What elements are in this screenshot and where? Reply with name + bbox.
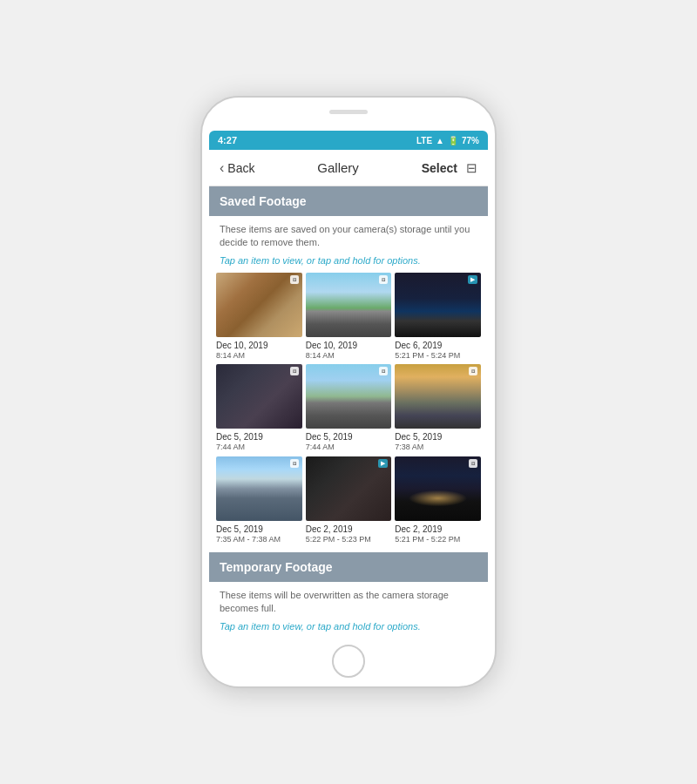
footage-date-1: Dec 10, 2019 [306, 340, 392, 351]
select-button[interactable]: Select [422, 161, 457, 175]
phone-frame: 4:27 LTE ▲ 🔋 77% ‹ Back Gallery Select ⊟ [200, 96, 497, 688]
footage-thumb-5: ⧈ [395, 364, 481, 429]
footage-time-5: 7:38 AM [395, 443, 481, 453]
dual-camera-badge-8: ⧈ [469, 459, 477, 468]
dual-camera-badge-3: ⧈ [290, 367, 299, 375]
dual-camera-badge-1: ⧈ [379, 275, 388, 284]
footage-item-1[interactable]: ⧈ Dec 10, 2019 8:14 AM [306, 273, 392, 362]
footage-thumb-4: ⧈ [306, 364, 392, 429]
footage-thumb-7: ▶ [306, 456, 392, 521]
status-bar: 4:27 LTE ▲ 🔋 77% [209, 131, 488, 150]
footage-thumb-1: ⧈ [306, 273, 392, 337]
phone-speaker [329, 110, 368, 114]
footage-date-5: Dec 5, 2019 [395, 431, 481, 443]
phone-home-button[interactable] [332, 645, 365, 678]
temporary-footage-desc: These items will be overwritten as the c… [209, 582, 488, 619]
temporary-footage-header: Temporary Footage [209, 552, 488, 582]
back-label: Back [227, 161, 254, 175]
content-area: Saved Footage These items are saved on y… [209, 186, 488, 636]
footage-date-8: Dec 2, 2019 [395, 524, 481, 535]
footage-item-2[interactable]: ▶ Dec 6, 2019 5:21 PM - 5:24 PM [395, 273, 481, 362]
camera-badge-2: ▶ [468, 275, 477, 284]
temporary-footage-title: Temporary Footage [220, 560, 333, 574]
nav-bar: ‹ Back Gallery Select ⊟ [209, 150, 488, 186]
footage-item-4[interactable]: ⧈ Dec 5, 2019 7:44 AM [306, 364, 392, 453]
dual-camera-badge-0: ⧈ [290, 275, 299, 284]
footage-time-1: 8:14 AM [306, 351, 392, 362]
page-title: Gallery [317, 160, 359, 175]
footage-thumb-8: ⧈ [395, 456, 481, 521]
footage-time-4: 7:44 AM [306, 443, 392, 453]
saved-footage-header: Saved Footage [209, 186, 488, 216]
footage-item-7[interactable]: ▶ Dec 2, 2019 5:22 PM - 5:23 PM [306, 456, 392, 545]
camera-badge-7: ▶ [378, 459, 388, 468]
phone-screen: 4:27 LTE ▲ 🔋 77% ‹ Back Gallery Select ⊟ [209, 131, 488, 636]
footage-time-0: 8:14 AM [216, 351, 302, 362]
saved-footage-grid: ⧈ Dec 10, 2019 8:14 AM ⧈ Dec 10, 2019 8:… [209, 273, 488, 552]
footage-thumb-3: ⧈ [216, 364, 302, 429]
footage-date-6: Dec 5, 2019 [216, 524, 302, 535]
footage-date-7: Dec 2, 2019 [306, 524, 392, 535]
footage-time-6: 7:35 AM - 7:38 AM [216, 535, 302, 545]
footage-date-4: Dec 5, 2019 [306, 431, 392, 443]
footage-time-7: 5:22 PM - 5:23 PM [306, 535, 392, 545]
footage-date-0: Dec 10, 2019 [216, 340, 302, 351]
footage-time-2: 5:21 PM - 5:24 PM [395, 351, 481, 362]
nav-actions: Select ⊟ [422, 160, 477, 176]
footage-time-3: 7:44 AM [216, 443, 302, 453]
saved-footage-title: Saved Footage [220, 194, 307, 208]
saved-footage-hint: Tap an item to view, or tap and hold for… [209, 253, 488, 273]
footage-item-3[interactable]: ⧈ Dec 5, 2019 7:44 AM [216, 364, 302, 453]
footage-time-8: 5:21 PM - 5:22 PM [395, 535, 481, 545]
back-arrow-icon: ‹ [220, 160, 224, 176]
saved-footage-desc: These items are saved on your camera(s) … [209, 216, 488, 253]
filter-icon[interactable]: ⊟ [466, 160, 477, 176]
footage-item-6[interactable]: ⧈ Dec 5, 2019 7:35 AM - 7:38 AM [216, 456, 302, 545]
footage-date-3: Dec 5, 2019 [216, 431, 302, 443]
status-indicators: LTE ▲ 🔋 77% [416, 136, 479, 145]
dual-camera-badge-6: ⧈ [290, 459, 299, 468]
dual-camera-badge-5: ⧈ [469, 367, 477, 375]
footage-item-0[interactable]: ⧈ Dec 10, 2019 8:14 AM [216, 273, 302, 362]
signal-bars: ▲ [436, 136, 444, 145]
temporary-footage-hint: Tap an item to view, or tap and hold for… [209, 619, 488, 636]
footage-thumb-6: ⧈ [216, 456, 302, 521]
footage-date-2: Dec 6, 2019 [395, 340, 481, 351]
footage-item-8[interactable]: ⧈ Dec 2, 2019 5:21 PM - 5:22 PM [395, 456, 481, 545]
footage-thumb-2: ▶ [395, 273, 481, 337]
battery-percent: 77% [462, 136, 479, 145]
footage-thumb-0: ⧈ [216, 273, 302, 337]
dual-camera-badge-4: ⧈ [379, 367, 388, 375]
battery-icon: 🔋 [448, 136, 458, 145]
footage-item-5[interactable]: ⧈ Dec 5, 2019 7:38 AM [395, 364, 481, 453]
back-button[interactable]: ‹ Back [220, 160, 254, 176]
status-time: 4:27 [218, 135, 237, 145]
signal-indicator: LTE [416, 136, 432, 145]
